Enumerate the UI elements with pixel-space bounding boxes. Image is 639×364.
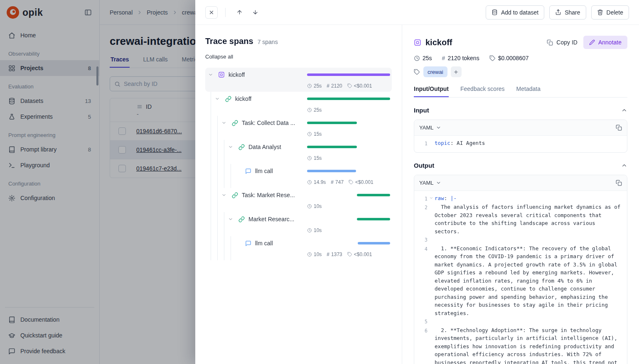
yaml-text: 2. **Technology Adoption**: The surge in… (435, 326, 622, 364)
output-accordion-header[interactable]: Output (414, 153, 627, 175)
span-row-data-analyst[interactable]: Data Analyst 15s (205, 140, 392, 164)
previous-trace-button[interactable] (233, 6, 246, 19)
share-label: Share (565, 9, 580, 16)
span-tree: kickoff 25s #2120 <$0.001 (205, 68, 392, 260)
clock-icon (307, 252, 312, 257)
chevron-down-icon[interactable] (207, 71, 214, 78)
span-row-task-market-research[interactable]: Task: Market Rese... 10s (205, 188, 392, 212)
detail-tabs: Input/Output Feedback scores Metadata (414, 86, 627, 98)
tab-input-output[interactable]: Input/Output (414, 86, 449, 97)
chevron-down-icon (436, 125, 441, 130)
span-row-llm-call[interactable]: llm call 14.9s #747 <$0.001 (205, 164, 392, 188)
chevron-down-icon[interactable] (227, 215, 234, 223)
trace-spans-count: 7 spans (258, 39, 278, 45)
tab-feedback-scores[interactable]: Feedback scores (460, 86, 505, 97)
add-tag-button[interactable] (451, 66, 462, 77)
span-row-task-collect-data[interactable]: Task: Collect Data ... 15s (205, 116, 392, 140)
span-label: kickoff (229, 71, 245, 78)
output-code: 1 raw: |- 2 The analysis of factors infl… (414, 191, 627, 364)
hash-icon: # (331, 179, 334, 185)
span-label: Data Analyst (248, 144, 281, 150)
chevron-down-icon[interactable] (220, 191, 228, 199)
span-row-kickoff[interactable]: kickoff 25s (205, 92, 392, 116)
span-label: Task: Collect Data ... (242, 120, 295, 126)
duration-metric: 10s (307, 203, 322, 209)
duration-bar-track (307, 122, 390, 124)
duration-bar-track (307, 98, 390, 100)
annotate-button[interactable]: Annotate (583, 36, 627, 49)
trace-spans-panel: Trace spans 7 spans Collapse all kickoff (195, 25, 402, 364)
chevron-up-icon[interactable] (621, 162, 627, 169)
next-trace-button[interactable] (249, 6, 261, 19)
tab-metadata[interactable]: Metadata (516, 86, 541, 97)
duration-bar-track (307, 146, 390, 148)
chevron-down-icon[interactable] (227, 143, 234, 151)
output-codebox: YAML 1 raw: |- 2 The analysis of facto (414, 175, 627, 364)
duration-stat: 25s (414, 55, 432, 61)
copy-id-button[interactable]: Copy ID (547, 39, 578, 46)
share-button[interactable]: Share (549, 5, 586, 20)
trace-icon (414, 39, 421, 46)
format-select[interactable]: YAML (419, 125, 441, 131)
duration-bar (307, 170, 356, 172)
annotate-label: Annotate (598, 39, 622, 46)
copy-input-button[interactable] (616, 125, 622, 131)
hash-icon: # (442, 55, 445, 61)
line-number: 6 (417, 326, 428, 364)
toolbar-actions: Add to dataset Share Delete (486, 5, 629, 20)
duration-bar-track (307, 73, 390, 76)
arrow-up-icon (236, 9, 243, 15)
llm-call-icon (244, 167, 252, 175)
overlay-toolbar: Add to dataset Share Delete (195, 0, 639, 25)
clock-icon (307, 83, 312, 88)
clock-icon (307, 156, 312, 161)
share-icon (555, 9, 561, 15)
pencil-icon (589, 39, 595, 45)
trace-spans-title: Trace spans (205, 37, 253, 46)
yaml-value: AI Agents (457, 140, 485, 146)
span-detail-title: kickoff (425, 38, 452, 47)
format-select[interactable]: YAML (419, 180, 441, 186)
llm-call-icon (244, 239, 252, 247)
add-to-dataset-button[interactable]: Add to dataset (486, 5, 544, 20)
copy-icon (616, 180, 622, 186)
tag-icon (414, 69, 420, 75)
span-row-llm-call[interactable]: llm call 10s #1373 <$0.001 (205, 236, 392, 260)
clock-icon (307, 132, 312, 137)
collapse-all-button[interactable]: Collapse all (205, 54, 233, 60)
duration-bar (307, 122, 357, 124)
tokens-stat: #2120 tokens (442, 55, 479, 61)
chevron-down-icon[interactable] (214, 95, 221, 103)
duration-metric: 25s (307, 107, 322, 113)
close-button[interactable] (205, 6, 218, 19)
span-label: llm call (255, 240, 273, 247)
plus-icon (453, 69, 459, 75)
tag-chip-crewai[interactable]: crewai (423, 66, 447, 77)
duration-bar-track (307, 170, 390, 172)
line-number: 1 (417, 194, 428, 203)
span-label: Task: Market Rese... (242, 192, 295, 198)
line-number: 5 (417, 317, 428, 326)
dataset-icon (492, 9, 498, 15)
span-stats: 25s #2120 tokens $0.0008607 (414, 55, 627, 61)
duration-bar (307, 73, 390, 76)
copy-output-button[interactable] (616, 180, 622, 186)
delete-button[interactable]: Delete (591, 5, 629, 20)
trace-icon (218, 71, 225, 78)
cost-stat: $0.0008607 (489, 55, 529, 61)
tag-icon (347, 252, 352, 257)
fold-chevron-icon[interactable] (428, 194, 435, 203)
output-section-title: Output (414, 162, 434, 169)
trace-detail-overlay: Add to dataset Share Delete Trace spans … (195, 0, 639, 364)
span-row-market-researcher[interactable]: Market Researc... 10s (205, 212, 392, 236)
chevron-up-icon[interactable] (621, 107, 627, 113)
tokens-metric: #1373 (327, 252, 342, 257)
clock-icon (307, 180, 312, 185)
span-row-kickoff-trace[interactable]: kickoff 25s #2120 <$0.001 (205, 68, 392, 92)
chevron-down-icon[interactable] (220, 119, 228, 127)
yaml-text (435, 317, 622, 326)
span-label: kickoff (235, 95, 251, 102)
input-accordion-header[interactable]: Input (414, 98, 627, 120)
span-label: llm call (255, 168, 273, 174)
tags-row: crewai (414, 66, 627, 77)
